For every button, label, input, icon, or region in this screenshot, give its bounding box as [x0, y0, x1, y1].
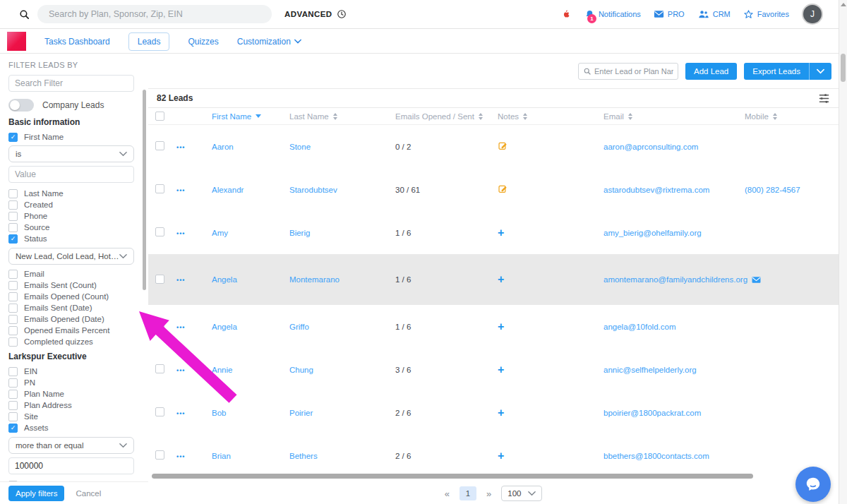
- add-note-icon[interactable]: +: [498, 227, 504, 239]
- lead-email-link[interactable]: amontemarano@familyandchildrens.org: [603, 275, 747, 284]
- tab-quizzes[interactable]: Quizzes: [188, 37, 218, 47]
- filter-search-input[interactable]: [8, 75, 134, 92]
- checkbox[interactable]: [8, 270, 18, 279]
- export-leads-button[interactable]: Export Leads: [744, 63, 831, 80]
- row-checkbox[interactable]: [155, 275, 164, 284]
- checkbox[interactable]: [8, 378, 18, 388]
- assets-value-input[interactable]: [8, 457, 134, 474]
- filter-checkbox-row[interactable]: ✓Status: [8, 233, 136, 244]
- row-menu-button[interactable]: •••: [176, 144, 185, 151]
- column-header-last-name[interactable]: Last Name: [289, 112, 395, 121]
- lead-first-name[interactable]: Amy: [212, 229, 289, 237]
- filter-checkbox-row[interactable]: PN: [8, 377, 136, 388]
- checkbox[interactable]: [8, 367, 18, 376]
- lead-first-name[interactable]: Annie: [212, 366, 289, 374]
- filter-checkbox-row[interactable]: Emails Sent (Date): [8, 302, 136, 313]
- cancel-button[interactable]: Cancel: [76, 489, 101, 498]
- add-note-icon[interactable]: +: [498, 320, 504, 332]
- row-checkbox[interactable]: [155, 407, 164, 416]
- filter-checkbox-row[interactable]: EIN: [8, 366, 136, 377]
- checkbox[interactable]: [8, 281, 18, 290]
- lead-email-link[interactable]: bpoirier@1800packrat.com: [603, 409, 701, 417]
- lead-mobile[interactable]: (800) 282-4567: [745, 186, 839, 194]
- filter-checkbox-row[interactable]: Source: [8, 222, 136, 233]
- edit-note-icon[interactable]: [498, 140, 508, 151]
- lead-last-name[interactable]: Bierig: [289, 229, 395, 237]
- filter-checkbox-row[interactable]: ✓Assets: [8, 422, 136, 433]
- lead-last-name[interactable]: Starodubtsev: [289, 186, 395, 194]
- checkbox[interactable]: [8, 390, 18, 399]
- checkbox[interactable]: [8, 189, 18, 198]
- tab-customization[interactable]: Customization: [237, 37, 301, 47]
- row-checkbox[interactable]: [155, 184, 164, 193]
- status-select[interactable]: New Lead, Cold Lead, Hot Lead, ...: [8, 248, 134, 265]
- pro-button[interactable]: PRO: [654, 10, 685, 18]
- lead-search-input[interactable]: [594, 67, 673, 76]
- add-note-icon[interactable]: +: [498, 273, 504, 285]
- checkbox-checked[interactable]: ✓: [8, 234, 18, 244]
- checkbox[interactable]: [8, 200, 18, 210]
- row-checkbox[interactable]: [155, 450, 164, 460]
- lead-first-name[interactable]: Angela: [212, 275, 289, 284]
- lead-first-name[interactable]: Bob: [212, 409, 289, 417]
- row-checkbox[interactable]: [155, 227, 164, 236]
- add-lead-button[interactable]: Add Lead: [685, 63, 737, 80]
- add-note-icon[interactable]: +: [498, 364, 504, 376]
- scrollbar-up-arrow[interactable]: [841, 3, 846, 6]
- checkbox[interactable]: [8, 304, 18, 313]
- checkbox[interactable]: [8, 223, 18, 232]
- filter-checkbox-row[interactable]: Emails Opened (Count): [8, 291, 136, 302]
- filter-checkbox-row[interactable]: Emails Opened (Date): [8, 313, 136, 325]
- filter-checkbox-row[interactable]: Plan Name: [8, 388, 136, 400]
- assets-operator-select[interactable]: more than or equal: [8, 437, 134, 454]
- lead-last-name[interactable]: Montemarano: [289, 275, 395, 284]
- filter-checkbox-row[interactable]: Opened Emails Percent: [8, 325, 136, 336]
- column-header-first-name[interactable]: First Name: [212, 112, 289, 121]
- global-search-input[interactable]: [37, 5, 272, 23]
- checkbox[interactable]: [8, 326, 18, 335]
- row-menu-button[interactable]: •••: [176, 277, 185, 284]
- lead-email-link[interactable]: bbethers@1800contacts.com: [603, 452, 709, 460]
- checkbox[interactable]: [8, 315, 18, 324]
- lead-email-link[interactable]: annic@selfhelpelderly.org: [603, 366, 697, 374]
- row-checkbox[interactable]: [155, 141, 164, 150]
- crm-button[interactable]: CRM: [697, 9, 731, 19]
- row-menu-button[interactable]: •••: [176, 324, 185, 331]
- filter-checkbox-row[interactable]: Emails Sent (Count): [8, 280, 136, 291]
- select-all-checkbox[interactable]: [155, 112, 164, 121]
- row-menu-button[interactable]: •••: [176, 187, 185, 194]
- filter-checkbox-row[interactable]: Created: [8, 199, 136, 210]
- lead-email-link[interactable]: amy_bierig@ohelfamily.org: [603, 229, 702, 237]
- add-note-icon[interactable]: +: [498, 407, 504, 419]
- lead-last-name[interactable]: Poirier: [289, 409, 395, 417]
- avatar[interactable]: J: [802, 4, 823, 25]
- email-envelope-icon[interactable]: [752, 276, 761, 284]
- filter-checkbox-row-first-name[interactable]: ✓ First Name: [8, 131, 136, 143]
- prev-page-button[interactable]: «: [445, 488, 450, 499]
- column-header-mobile[interactable]: Mobile: [745, 112, 839, 121]
- lead-first-name[interactable]: Angela: [212, 323, 289, 331]
- lead-first-name[interactable]: Brian: [212, 452, 289, 460]
- chat-button[interactable]: [795, 467, 831, 502]
- column-header-emails-opened-sent[interactable]: Emails Opened / Sent: [395, 112, 498, 121]
- tab-leads[interactable]: Leads: [128, 32, 170, 51]
- row-checkbox[interactable]: [155, 321, 164, 330]
- checkbox[interactable]: [8, 212, 18, 221]
- row-menu-button[interactable]: •••: [176, 367, 185, 374]
- company-leads-toggle[interactable]: [8, 99, 34, 112]
- filter-checkbox-row[interactable]: Phone: [8, 210, 136, 222]
- apply-filters-button[interactable]: Apply filters: [8, 486, 64, 501]
- filter-checkbox-row[interactable]: Plan Address: [8, 400, 136, 411]
- filter-checkbox-row[interactable]: Completed quizzes: [8, 336, 136, 347]
- favorites-button[interactable]: Favorites: [743, 9, 789, 20]
- lead-email-link[interactable]: aaron@aprconsulting.com: [603, 143, 698, 151]
- current-page-button[interactable]: 1: [459, 486, 476, 500]
- lead-email-link[interactable]: angela@10fold.com: [603, 323, 675, 331]
- row-menu-button[interactable]: •••: [176, 410, 185, 417]
- lead-first-name[interactable]: Aaron: [212, 143, 289, 151]
- checkbox[interactable]: [8, 292, 18, 301]
- row-menu-button[interactable]: •••: [176, 453, 185, 460]
- lead-last-name[interactable]: Stone: [289, 143, 395, 151]
- row-menu-button[interactable]: •••: [176, 230, 185, 237]
- page-size-select[interactable]: 100: [501, 486, 542, 501]
